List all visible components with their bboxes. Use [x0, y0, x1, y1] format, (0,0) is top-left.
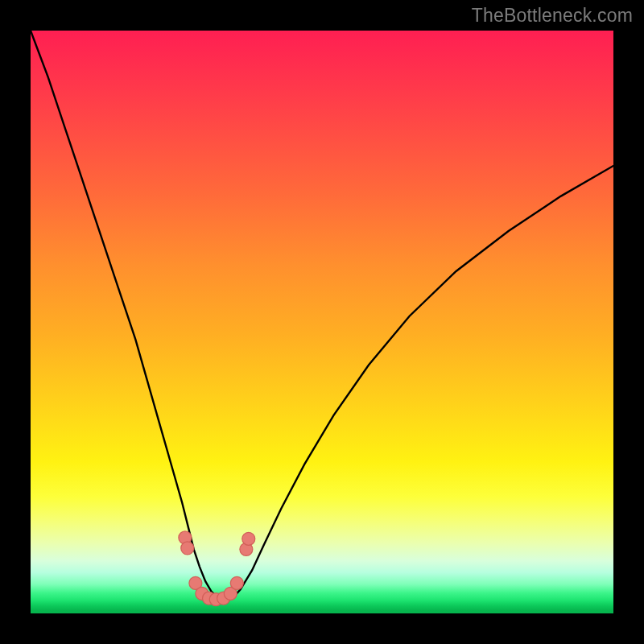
- marker-group: [179, 531, 255, 606]
- bottleneck-curve: [31, 31, 613, 600]
- chart-frame: TheBottleneck.com: [0, 0, 644, 644]
- curve-svg: [31, 31, 613, 613]
- plot-area: [31, 31, 613, 613]
- watermark-text: TheBottleneck.com: [472, 5, 633, 27]
- marker-dot: [181, 542, 194, 555]
- marker-dot: [242, 532, 255, 545]
- marker-dot: [230, 576, 243, 589]
